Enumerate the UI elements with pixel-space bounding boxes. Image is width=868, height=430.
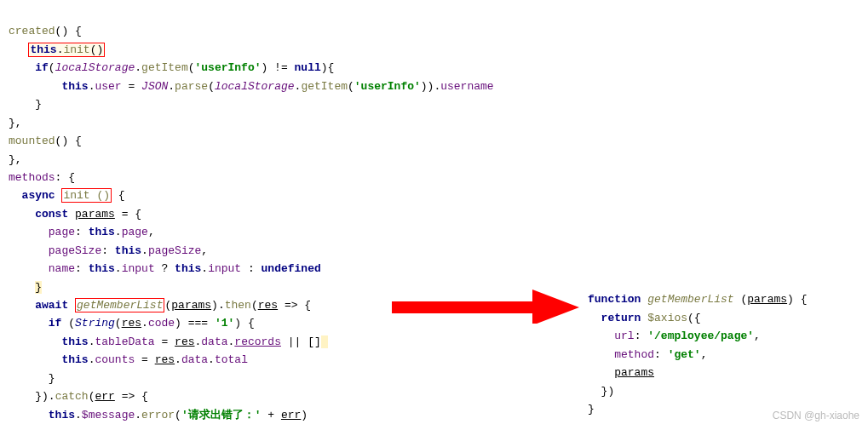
line-19: this.counts = res.data.total xyxy=(9,353,248,366)
line-3: if(localStorage.getItem('userInfo') != n… xyxy=(9,61,334,74)
r-line-3: url: '/employee/page', xyxy=(588,330,761,342)
svg-rect-0 xyxy=(392,301,537,313)
code-right-block: function getMemberList (params) { return… xyxy=(588,272,807,419)
line-5: } xyxy=(9,98,42,111)
line-13: pageSize: this.pageSize, xyxy=(9,244,208,257)
line-12: page: this.page, xyxy=(9,226,155,238)
line-2: this.init() xyxy=(9,43,105,57)
line-9: methods: { xyxy=(9,171,75,184)
r-line-7: } xyxy=(588,403,595,416)
line-11: const params = { xyxy=(9,208,141,221)
code-left-block: created() { this.init() if(localStorage.… xyxy=(9,4,494,424)
line-21: }).catch(err => { xyxy=(9,390,148,403)
line-15: } xyxy=(9,281,42,294)
line-20: } xyxy=(9,372,55,385)
line-6: }, xyxy=(9,117,22,129)
line-1: created() { xyxy=(9,25,82,37)
r-line-5: params xyxy=(588,366,654,379)
line-8: }, xyxy=(9,153,22,166)
line-4: this.user = JSON.parse(localStorage.getI… xyxy=(9,80,494,93)
r-line-4: method: 'get', xyxy=(588,348,707,361)
line-18: this.tableData = res.data.records || [] xyxy=(9,335,328,348)
line-22: this.$message.error('请求出错了：' + err) xyxy=(9,409,308,421)
r-line-1: function getMemberList (params) { xyxy=(588,293,807,306)
line-7: mounted() { xyxy=(9,135,82,147)
line-10: async init () { xyxy=(9,188,125,203)
line-17: if (String(res.code) === '1') { xyxy=(9,317,255,330)
line-16: await getMemberList(params).then(res => … xyxy=(9,298,311,312)
r-line-6: }) xyxy=(588,385,614,398)
svg-marker-1 xyxy=(532,290,579,324)
watermark: CSDN @gh-xiaohe xyxy=(773,408,859,425)
arrow-icon xyxy=(392,290,579,324)
line-14: name: this.input ? this.input : undefine… xyxy=(9,262,321,275)
r-line-2: return $axios({ xyxy=(588,312,701,324)
